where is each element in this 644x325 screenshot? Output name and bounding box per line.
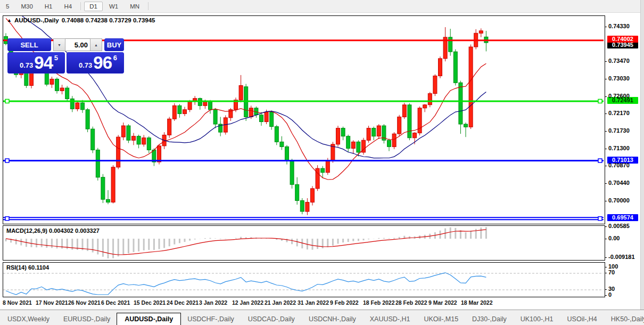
date-tick-label: 21 Jan 2022 — [265, 299, 296, 306]
chart-symbol-label: AUDUSD-,Daily — [14, 17, 59, 23]
macd-indicator-panel[interactable]: MACD(12,26,9) 0.004302 0.003327 — [3, 225, 605, 261]
tab-xauusd-h1[interactable]: XAUUSD-,H1 — [364, 313, 417, 325]
tab-dj30-daily[interactable]: DJ30-,Daily — [466, 313, 513, 325]
tab-usdcnh-daily[interactable]: USDCNH-,Daily — [302, 313, 362, 325]
timeframe-button-h4[interactable]: H4 — [59, 2, 77, 11]
sell-price-prefix: 0.73 — [20, 61, 33, 69]
tab-audusd-daily[interactable]: AUDUSD-,Daily — [117, 313, 181, 325]
price-tick-label: 0.70440 — [605, 180, 630, 186]
date-tick-label: 26 Nov 2021 — [68, 299, 101, 306]
timeframe-button-m30[interactable]: M30 — [15, 2, 38, 11]
mt4-window: { "toolbar": {"timeframes": ["5","M30","… — [0, 0, 644, 325]
one-click-trade-panel: SELL ▼ 5.00 ▲ BUY 0.73 94 5 0.73 96 6 — [7, 38, 124, 74]
line-drag-handle[interactable] — [598, 159, 602, 162]
price-tick-label: 0.71730 — [605, 127, 630, 134]
timeframe-button-mn[interactable]: MN — [125, 2, 145, 11]
price-tick-label: 0.73030 — [605, 75, 630, 82]
date-tick-label: 17 Nov 2021 — [36, 299, 68, 306]
rsi-indicator-panel[interactable]: RSI(14) 60.1104 — [3, 262, 605, 297]
line-drag-handle[interactable] — [5, 217, 9, 221]
price-axis: 0.74002 0.73945 0.72491 0.71013 0.69574 … — [605, 15, 641, 314]
tab-usdx-weekly[interactable]: USDX,Weekly — [1, 313, 56, 325]
buy-price-big-digits: 96 — [93, 54, 112, 72]
line-drag-handle[interactable] — [598, 217, 602, 221]
line-drag-handle[interactable] — [5, 159, 9, 162]
window-edge — [640, 0, 644, 325]
volume-decrease-button[interactable]: ▼ — [53, 38, 65, 51]
chart-expand-icon[interactable]: ▲ — [7, 18, 12, 23]
tab-ukoil-m15[interactable]: UKOil-,M15 — [418, 313, 465, 325]
rsi-indicator-label: RSI(14) 60.1104 — [6, 264, 49, 271]
timeframe-button-w1[interactable]: W1 — [104, 2, 123, 11]
tab-usoil-h4[interactable]: USOil-,H4 — [561, 313, 604, 325]
date-tick-label: 15 Dec 2021 — [134, 299, 166, 306]
chart-title: ▲ AUDUSD-,Daily 0.74088 0.74238 0.73729 … — [7, 17, 155, 23]
tab-uk100-h1[interactable]: UK100-,H1 — [514, 313, 560, 325]
toolbar-separator — [80, 2, 81, 10]
main-chart-panel[interactable]: ▲ AUDUSD-,Daily 0.74088 0.74238 0.73729 … — [3, 15, 605, 224]
line-drag-handle[interactable] — [598, 99, 602, 103]
tab-eurusd-daily[interactable]: EURUSD-,Daily — [57, 313, 117, 325]
macd-tick-label: 0.00585 — [605, 223, 630, 229]
buy-price-display[interactable]: 0.73 96 6 — [67, 52, 124, 74]
rsi-tick-label: 0 — [605, 291, 612, 298]
macd-indicator-label: MACD(12,26,9) 0.004302 0.003327 — [6, 228, 100, 234]
buy-price-pipette: 6 — [113, 54, 117, 62]
price-tick-label: 0.73470 — [605, 58, 630, 64]
date-tick-label: 31 Jan 2022 — [298, 299, 329, 306]
sell-price-display[interactable]: 0.73 94 5 — [7, 52, 65, 74]
price-tick-label: 0.71300 — [605, 145, 630, 151]
chart-ohlc-values: 0.74088 0.74238 0.73729 0.73945 — [62, 17, 155, 23]
tab-hk50-daily[interactable]: HK50-,Daily — [605, 313, 644, 325]
buy-button[interactable]: BUY — [104, 38, 124, 51]
date-tick-label: 28 Feb 2022 — [395, 299, 427, 306]
sell-button[interactable]: SELL — [7, 38, 51, 51]
date-tick-label: 3 Jan 2022 — [199, 299, 227, 306]
date-tick-label: 18 Mar 2022 — [461, 299, 493, 306]
date-tick-label: 6 Dec 2021 — [101, 299, 130, 306]
date-tick-label: 8 Nov 2021 — [3, 299, 32, 306]
timeframe-toolbar: 5 M30 H1 H4 D1 W1 MN — [0, 0, 644, 13]
date-tick-label: 9 Feb 2022 — [330, 299, 359, 306]
support-price-label-navy: 0.69574 — [607, 214, 638, 221]
timeframe-button-h1[interactable]: H1 — [39, 2, 58, 11]
macd-tick-label: 0.00 — [605, 235, 620, 241]
volume-increase-button[interactable]: ▲ — [90, 38, 102, 51]
sell-price-pipette: 5 — [54, 54, 58, 62]
tab-usdcad-daily[interactable]: USDCAD-,Daily — [242, 313, 301, 325]
tab-usdchf-daily[interactable]: USDCHF-,Daily — [181, 313, 241, 325]
price-tick-label: 0.72170 — [605, 110, 630, 116]
price-tick-label: 0.70870 — [605, 162, 630, 168]
date-tick-label: 9 Mar 2022 — [428, 299, 457, 306]
symbol-tab-bar: USDX,Weekly EURUSD-,Daily AUDUSD-,Daily … — [0, 310, 644, 325]
date-tick-label: 12 Jan 2022 — [232, 299, 263, 306]
sell-price-big-digits: 94 — [34, 54, 53, 72]
volume-input[interactable]: 5.00 — [65, 38, 90, 51]
price-tick-label: 0.72600 — [605, 93, 630, 99]
date-tick-label: 24 Dec 2021 — [167, 299, 199, 306]
toolbar-separator — [148, 2, 148, 10]
rsi-chart-canvas — [3, 263, 604, 296]
macd-tick-label: -0.009181 — [605, 254, 635, 260]
rsi-tick-label: 70 — [605, 269, 615, 275]
rsi-line — [6, 273, 486, 295]
line-drag-handle[interactable] — [5, 99, 9, 103]
resistance-price-label: 0.74002 — [607, 36, 638, 43]
timeframe-button-d1[interactable]: D1 — [84, 2, 103, 11]
date-tick-label: 18 Feb 2022 — [363, 299, 395, 306]
timeframe-button-m5[interactable]: 5 — [1, 2, 14, 11]
price-tick-label: 0.74330 — [605, 23, 630, 29]
buy-price-prefix: 0.73 — [79, 61, 92, 69]
price-tick-label: 0.70000 — [605, 197, 630, 204]
date-axis[interactable]: 8 Nov 202117 Nov 202126 Nov 20216 Dec 20… — [3, 298, 641, 308]
